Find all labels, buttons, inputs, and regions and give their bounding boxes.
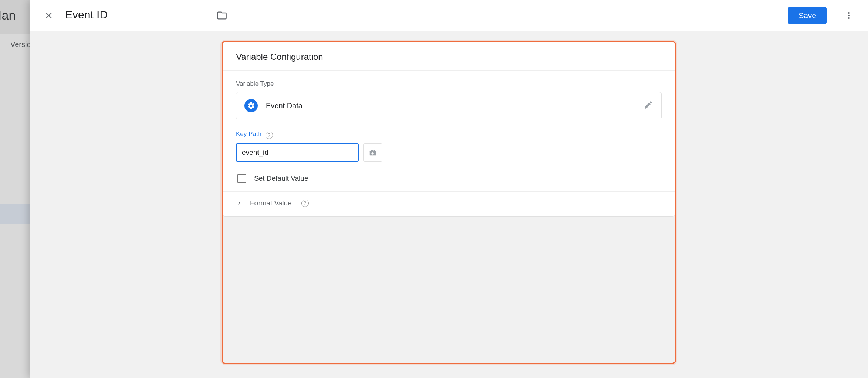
svg-rect-6 bbox=[374, 150, 375, 151]
format-value-label: Format Value bbox=[250, 199, 292, 207]
svg-point-2 bbox=[848, 17, 850, 19]
variable-name-input[interactable] bbox=[64, 7, 206, 24]
more-vert-icon bbox=[844, 11, 853, 20]
key-path-input[interactable] bbox=[236, 143, 359, 162]
set-default-value-checkbox[interactable] bbox=[237, 174, 246, 183]
svg-rect-5 bbox=[372, 150, 374, 151]
variable-type-section: Variable Type Event Data bbox=[223, 71, 675, 121]
modal-body: Variable Configuration Variable Type Eve… bbox=[30, 31, 868, 378]
close-icon bbox=[44, 11, 54, 20]
pencil-icon bbox=[644, 100, 653, 110]
svg-rect-4 bbox=[371, 150, 372, 151]
help-icon[interactable]: ? bbox=[301, 200, 309, 207]
lego-plus-icon bbox=[369, 149, 377, 157]
folder-icon bbox=[217, 10, 227, 21]
help-icon[interactable]: ? bbox=[266, 132, 273, 139]
gear-icon bbox=[247, 102, 255, 110]
key-path-label: Key Path ? bbox=[236, 130, 662, 139]
variable-type-selector[interactable]: Event Data bbox=[236, 92, 662, 119]
variable-configuration-card: Variable Configuration Variable Type Eve… bbox=[222, 42, 675, 217]
svg-point-1 bbox=[848, 15, 850, 16]
folder-button[interactable] bbox=[213, 7, 231, 24]
insert-variable-button[interactable] bbox=[363, 143, 382, 162]
chevron-right-icon bbox=[236, 200, 243, 207]
variable-type-name: Event Data bbox=[266, 102, 303, 110]
key-path-section: Key Path ? bbox=[223, 121, 675, 163]
format-value-row[interactable]: Format Value ? bbox=[223, 192, 675, 210]
svg-point-0 bbox=[848, 12, 850, 14]
modal-header: Save bbox=[30, 0, 868, 31]
set-default-value-label: Set Default Value bbox=[254, 174, 308, 183]
card-heading: Variable Configuration bbox=[223, 42, 675, 71]
variable-editor-modal: Save Variable Configuration Variable Typ… bbox=[30, 0, 868, 378]
save-button[interactable]: Save bbox=[788, 7, 827, 24]
close-button[interactable] bbox=[40, 7, 58, 24]
more-menu-button[interactable] bbox=[840, 7, 858, 24]
variable-type-label: Variable Type bbox=[236, 80, 662, 88]
set-default-value-row[interactable]: Set Default Value bbox=[223, 163, 675, 192]
edit-type-icon-wrap bbox=[644, 100, 653, 111]
gear-badge-icon bbox=[244, 99, 258, 112]
